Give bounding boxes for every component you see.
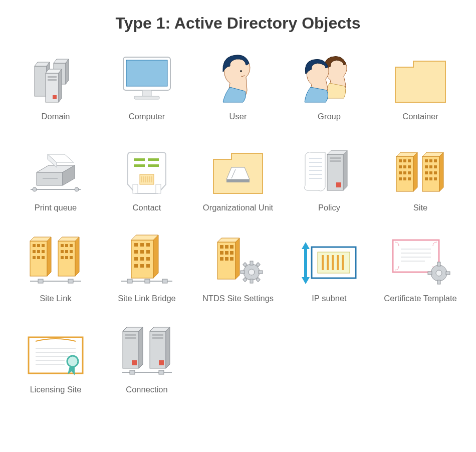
svg-rect-86 (68, 279, 73, 283)
svg-rect-63 (399, 171, 402, 174)
svg-rect-128 (140, 264, 144, 268)
svg-marker-5 (66, 59, 69, 84)
item-site: Site (377, 143, 464, 213)
svg-marker-153 (302, 242, 310, 249)
computer-icon (103, 52, 190, 104)
svg-rect-28 (134, 164, 145, 167)
domain-icon (12, 52, 99, 104)
svg-rect-118 (134, 243, 138, 247)
icon-grid: Domain Computer (0, 52, 476, 415)
svg-marker-132 (235, 238, 240, 279)
svg-rect-51 (330, 157, 341, 159)
svg-rect-29 (148, 164, 159, 167)
item-label: Connection (103, 384, 190, 395)
svg-rect-119 (140, 243, 144, 247)
svg-rect-125 (140, 257, 144, 261)
svg-rect-186 (125, 334, 136, 336)
svg-marker-8 (59, 69, 62, 102)
item-org-unit: Organizational Unit (194, 143, 282, 213)
item-site-link: Site Link (12, 234, 99, 304)
svg-rect-187 (125, 337, 136, 339)
svg-rect-136 (220, 251, 223, 255)
svg-rect-143 (250, 261, 253, 265)
item-label: User (194, 111, 282, 122)
svg-rect-27 (148, 158, 159, 161)
svg-marker-191 (166, 327, 170, 368)
svg-rect-181 (130, 370, 135, 374)
svg-rect-80 (434, 171, 437, 174)
svg-marker-185 (139, 327, 143, 368)
svg-rect-170 (428, 272, 432, 275)
svg-rect-14 (142, 90, 151, 96)
svg-marker-40 (226, 179, 250, 182)
svg-point-172 (436, 270, 442, 276)
svg-rect-92 (42, 244, 45, 247)
svg-rect-64 (403, 171, 406, 174)
svg-rect-98 (42, 256, 45, 259)
svg-rect-52 (330, 160, 341, 162)
item-label: Domain (12, 111, 99, 122)
svg-rect-10 (48, 79, 57, 81)
svg-rect-169 (437, 280, 440, 284)
item-cert-template: Certificate Template (377, 234, 464, 304)
item-contact: Contact (103, 143, 190, 213)
svg-rect-188 (132, 360, 137, 365)
svg-point-18 (33, 187, 37, 191)
svg-rect-79 (429, 171, 432, 174)
svg-rect-90 (33, 244, 36, 247)
svg-point-19 (75, 187, 79, 191)
svg-rect-124 (134, 257, 138, 261)
item-licensing-site: Licensing Site (12, 325, 99, 395)
svg-rect-113 (145, 279, 150, 283)
svg-rect-123 (146, 250, 150, 254)
svg-rect-65 (408, 171, 411, 174)
ntds-icon (194, 234, 282, 286)
svg-rect-192 (152, 334, 163, 336)
svg-rect-26 (134, 158, 145, 161)
svg-rect-127 (134, 264, 138, 268)
item-connection: Connection (103, 325, 190, 395)
svg-rect-66 (399, 177, 402, 180)
svg-rect-76 (429, 165, 432, 168)
svg-rect-93 (33, 250, 36, 253)
svg-rect-103 (65, 244, 68, 247)
item-domain: Domain (12, 52, 99, 122)
site-icon (377, 143, 464, 195)
svg-rect-60 (399, 165, 402, 168)
svg-rect-57 (399, 159, 402, 162)
svg-rect-140 (225, 257, 228, 261)
svg-rect-81 (425, 177, 428, 180)
svg-rect-194 (159, 360, 164, 365)
item-container: Container (377, 52, 464, 122)
item-label: Site Link (12, 293, 99, 304)
svg-marker-56 (413, 152, 417, 191)
svg-rect-95 (42, 250, 45, 253)
svg-rect-105 (61, 250, 64, 253)
item-ip-subnet: IP subnet (286, 234, 373, 304)
svg-rect-61 (403, 165, 406, 168)
svg-rect-106 (65, 250, 68, 253)
site-link-icon (12, 234, 99, 286)
item-label: NTDS Site Settings (194, 293, 282, 304)
svg-rect-11 (53, 95, 57, 99)
policy-icon (286, 143, 373, 195)
svg-marker-21 (37, 172, 63, 185)
svg-point-179 (67, 356, 78, 367)
item-label: Container (377, 111, 464, 122)
item-policy: Policy (286, 143, 373, 213)
org-unit-icon (194, 143, 282, 195)
svg-rect-193 (152, 337, 163, 339)
svg-rect-38 (156, 184, 161, 193)
svg-marker-71 (439, 152, 443, 191)
svg-rect-144 (250, 279, 253, 283)
svg-marker-101 (75, 237, 79, 276)
cert-template-icon (377, 234, 464, 286)
svg-rect-162 (393, 240, 439, 272)
svg-rect-168 (437, 262, 440, 266)
svg-rect-104 (70, 244, 73, 247)
ip-subnet-icon (286, 234, 373, 286)
item-label: Organizational Unit (194, 202, 282, 213)
item-print-queue: Print queue (12, 143, 99, 213)
svg-rect-134 (225, 245, 228, 249)
item-ntds: NTDS Site Settings (194, 234, 282, 304)
